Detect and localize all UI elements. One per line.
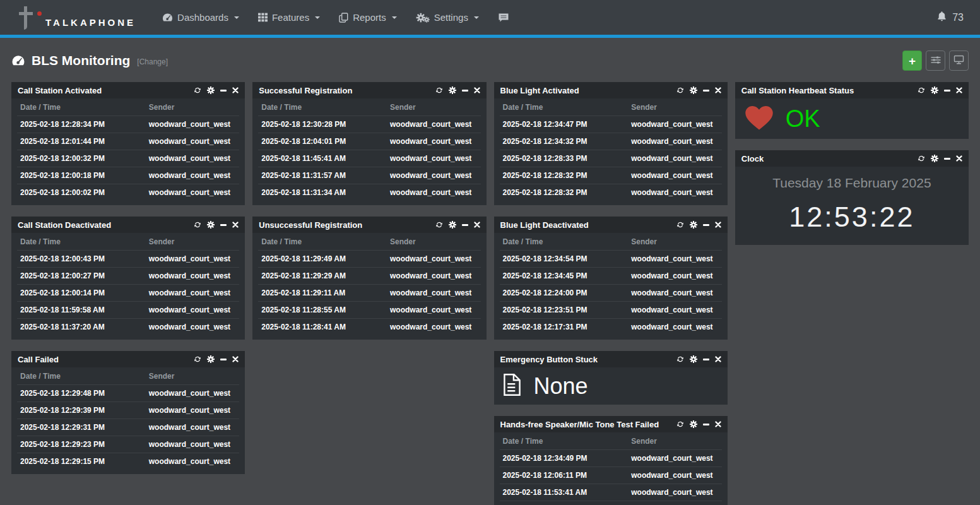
refresh-icon[interactable] <box>194 355 201 363</box>
close-icon[interactable] <box>232 222 239 228</box>
gear-icon[interactable] <box>690 221 697 229</box>
nav-item-reports[interactable]: Reports <box>339 12 397 23</box>
cell-sender: woodward_court_west <box>146 419 240 436</box>
gear-icon[interactable] <box>449 221 456 229</box>
refresh-icon[interactable] <box>676 355 684 363</box>
gear-icon[interactable] <box>931 155 938 162</box>
cell-sender: woodward_court_west <box>387 133 481 150</box>
gear-icon[interactable] <box>207 355 215 363</box>
minimize-icon[interactable] <box>703 424 709 425</box>
cell-sender: woodward_court_west <box>146 184 240 201</box>
table-row: 2025-02-18 12:29:15 PMwoodward_court_wes… <box>17 453 239 470</box>
gear-icon[interactable] <box>207 86 215 94</box>
cell-sender: woodward_court_west <box>146 285 240 302</box>
minimize-icon[interactable] <box>220 90 227 92</box>
table-body: 2025-02-18 12:34:49 PMwoodward_court_wes… <box>500 450 722 505</box>
close-icon[interactable] <box>715 421 721 427</box>
add-widget-button[interactable]: + <box>902 50 922 71</box>
cell-datetime: 2025-02-18 11:29:49 AM <box>258 251 387 268</box>
change-dashboard-link[interactable]: [Change] <box>137 57 168 66</box>
comment-icon <box>498 13 509 23</box>
panel-title: Clock <box>741 154 764 163</box>
gear-icon[interactable] <box>449 86 456 94</box>
panel-header[interactable]: Blue Light Deactivated <box>494 217 728 233</box>
minimize-icon[interactable] <box>703 90 709 92</box>
panel-header[interactable]: Blue Light Activated <box>494 82 728 98</box>
display-mode-button[interactable] <box>949 50 969 71</box>
column-header-sender: Sender <box>628 234 722 251</box>
close-icon[interactable] <box>232 356 239 362</box>
panel-header[interactable]: Unsuccessful Registration <box>252 217 486 233</box>
nav-item-chat[interactable] <box>498 13 509 23</box>
table-row: 2025-02-18 11:29:29 AMwoodward_court_wes… <box>258 268 480 285</box>
refresh-icon[interactable] <box>676 420 684 428</box>
minimize-icon[interactable] <box>703 224 709 226</box>
refresh-icon[interactable] <box>194 86 201 94</box>
refresh-icon[interactable] <box>918 155 925 162</box>
panel-header[interactable]: Successful Registration <box>252 82 486 98</box>
cell-datetime: 2025-02-18 11:53:41 AM <box>500 484 629 501</box>
refresh-icon[interactable] <box>676 221 684 229</box>
refresh-icon[interactable] <box>676 86 684 94</box>
cell-sender: woodward_court_west <box>628 268 722 285</box>
grid-column-1: Call Station Activated Date / Time Sende… <box>11 82 245 474</box>
close-icon[interactable] <box>715 356 721 362</box>
panel-header[interactable]: Call Failed <box>11 351 245 367</box>
cell-sender: woodward_court_west <box>628 285 722 302</box>
refresh-icon[interactable] <box>194 221 201 229</box>
panel-header[interactable]: Call Station Deactivated <box>11 217 245 233</box>
cell-datetime: 2025-02-18 12:29:31 PM <box>17 419 146 436</box>
close-icon[interactable] <box>474 222 480 228</box>
table-row: 2025-02-18 11:37:20 AMwoodward_court_wes… <box>17 319 239 336</box>
panel-header[interactable]: Hands-free Speaker/Mic Tone Test Failed <box>494 416 728 432</box>
table-row: 2025-02-18 12:00:27 PMwoodward_court_wes… <box>17 268 239 285</box>
minimize-icon[interactable] <box>944 90 950 92</box>
minimize-icon[interactable] <box>462 90 468 92</box>
cell-datetime: 2025-02-18 12:04:01 PM <box>258 133 387 150</box>
nav-label: Features <box>272 12 309 23</box>
cell-sender: woodward_court_west <box>628 167 722 184</box>
refresh-icon[interactable] <box>435 86 443 94</box>
close-icon[interactable] <box>474 87 480 93</box>
column-header-sender: Sender <box>146 234 240 251</box>
minimize-icon[interactable] <box>220 224 227 226</box>
close-icon[interactable] <box>232 87 239 93</box>
panel-header[interactable]: Clock <box>735 150 969 167</box>
nav-item-dashboards[interactable]: Dashboards <box>162 12 239 23</box>
panel-header[interactable]: Call Station Activated <box>11 82 245 98</box>
cell-datetime: 2025-02-18 12:06:11 PM <box>500 467 629 484</box>
refresh-icon[interactable] <box>918 86 925 94</box>
cell-datetime: 2025-02-18 12:00:27 PM <box>17 268 146 285</box>
table-row: 2025-02-18 12:23:51 PMwoodward_court_wes… <box>500 302 722 319</box>
nav-item-settings[interactable]: Settings <box>416 12 479 23</box>
minimize-icon[interactable] <box>703 359 709 360</box>
top-navbar: TALKAPHONE Dashboards Features Reports S… <box>0 0 980 35</box>
minimize-icon[interactable] <box>944 158 950 160</box>
gear-icon[interactable] <box>690 355 697 363</box>
layout-settings-button[interactable] <box>926 50 945 71</box>
panel-header[interactable]: Emergency Button Stuck <box>494 351 728 367</box>
page-title: BLS Monitoring <box>32 53 130 68</box>
cell-sender: woodward_court_west <box>146 385 240 402</box>
cell-datetime: 2025-02-18 11:28:41 AM <box>258 319 387 336</box>
table-row: 2025-02-18 12:30:28 PMwoodward_court_wes… <box>258 116 480 133</box>
grid-column-4: Call Station Heartbeat Status OK <box>735 82 969 245</box>
close-icon[interactable] <box>956 155 962 162</box>
close-icon[interactable] <box>715 87 721 93</box>
notifications-button[interactable]: 73 <box>936 11 964 24</box>
minimize-icon[interactable] <box>462 224 468 226</box>
refresh-icon[interactable] <box>435 221 443 229</box>
nav-item-features[interactable]: Features <box>258 12 320 23</box>
gear-icon[interactable] <box>207 221 215 229</box>
cell-sender: woodward_court_west <box>146 251 240 268</box>
minimize-icon[interactable] <box>220 359 227 360</box>
panel-header[interactable]: Call Station Heartbeat Status <box>735 82 969 98</box>
close-icon[interactable] <box>956 87 962 93</box>
cell-sender: woodward_court_west <box>387 167 481 184</box>
cell-datetime: 2025-02-18 12:29:39 PM <box>17 402 146 419</box>
close-icon[interactable] <box>715 222 721 228</box>
gear-icon[interactable] <box>690 86 697 94</box>
gear-icon[interactable] <box>690 420 697 428</box>
gear-icon[interactable] <box>931 86 938 94</box>
brand-logo[interactable]: TALKAPHONE <box>16 4 136 32</box>
